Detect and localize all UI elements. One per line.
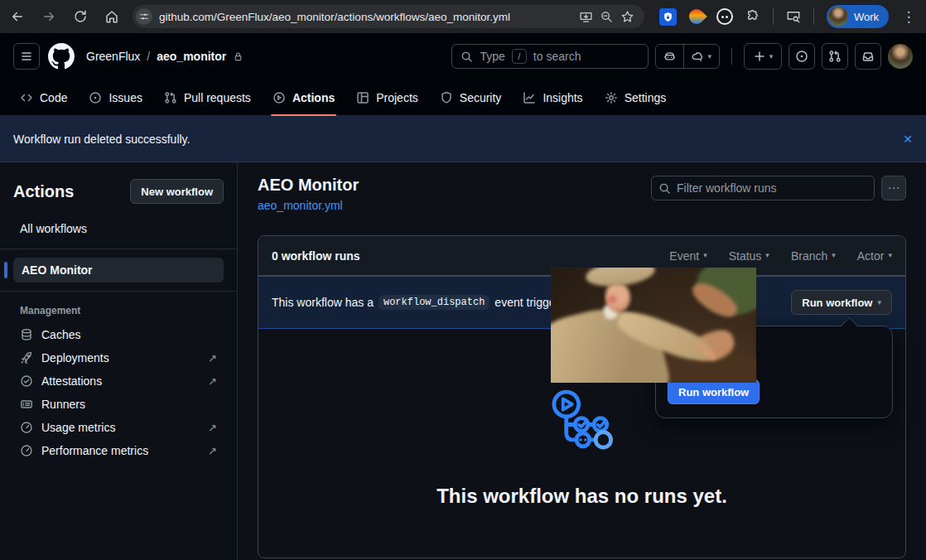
chevron-down-icon: ▾ <box>877 299 881 307</box>
tab-code[interactable]: Code <box>12 80 75 115</box>
tab-label: Security <box>460 91 502 104</box>
close-icon[interactable]: ✕ <box>903 133 913 146</box>
branch-filter-dropdown[interactable]: Branch▾ <box>791 249 836 263</box>
dispatch-event-code: workflow_dispatch <box>379 295 490 310</box>
gear-icon <box>605 91 618 104</box>
header-divider <box>731 48 732 65</box>
pull-requests-header-button[interactable] <box>822 43 848 70</box>
tab-insights[interactable]: Insights <box>514 80 591 115</box>
tab-settings[interactable]: Settings <box>596 80 675 115</box>
tab-projects[interactable]: Projects <box>348 80 427 115</box>
tab-label: Code <box>40 91 67 104</box>
sidebar-item-label: Caches <box>41 328 80 341</box>
sidebar-item-runners[interactable]: Runners <box>13 393 224 416</box>
table-icon <box>356 91 369 104</box>
sidebar-divider <box>0 291 237 292</box>
breadcrumb-owner[interactable]: GreenFlux <box>86 50 140 63</box>
tab-label: Pull requests <box>184 91 251 104</box>
sidebar-item-label: Performance metrics <box>41 444 148 457</box>
meter-icon <box>20 421 33 434</box>
browser-nav-buttons <box>10 9 119 24</box>
tab-issues[interactable]: Issues <box>80 80 150 115</box>
browser-menu-icon[interactable]: ⋮ <box>901 9 916 24</box>
sidebar-item-label: Runners <box>41 398 85 411</box>
sidebar-item-performance-metrics[interactable]: Performance metrics ↗ <box>13 439 224 462</box>
home-icon[interactable] <box>104 9 119 24</box>
github-header-actions: Type / to search ▾ ▾ <box>451 43 913 70</box>
chevron-down-icon: ▾ <box>703 252 707 259</box>
sidebar-item-label: Deployments <box>41 351 109 364</box>
tab-pull-requests[interactable]: Pull requests <box>156 80 259 115</box>
bitwarden-extension-icon[interactable] <box>659 8 677 26</box>
hamburger-menu-button[interactable] <box>13 43 40 70</box>
management-section-label: Management <box>13 305 224 316</box>
actions-sidebar: Actions New workflow All workflows AEO M… <box>0 162 238 560</box>
feather-extension-icon[interactable] <box>686 6 707 27</box>
url-text[interactable]: github.com/GreenFlux/aeo_monitor/actions… <box>159 11 572 23</box>
filter-workflow-runs-input[interactable] <box>651 176 875 200</box>
global-search-box[interactable]: Type / to search <box>451 44 649 69</box>
empty-state-title: This workflow has no runs yet. <box>258 485 905 508</box>
install-app-icon[interactable] <box>579 10 593 24</box>
sidebar-item-label: Usage metrics <box>41 421 115 434</box>
copilot-button-group: ▾ <box>655 44 720 69</box>
address-bar[interactable]: github.com/GreenFlux/aeo_monitor/actions… <box>133 5 644 28</box>
sidebar-item-aeo-monitor[interactable]: AEO Monitor <box>13 258 224 282</box>
copilot-icon[interactable] <box>656 45 683 68</box>
tab-label: Settings <box>625 91 667 104</box>
issue-opened-icon <box>89 91 102 104</box>
reload-icon[interactable] <box>73 9 88 24</box>
kebab-menu-button[interactable]: ⋯ <box>881 176 906 200</box>
workflow-file-link[interactable]: aeo_monitor.yml <box>258 199 359 212</box>
workflow-title: AEO Monitor <box>258 176 359 195</box>
zoom-icon[interactable] <box>600 10 614 24</box>
breadcrumb-repo[interactable]: aeo_monitor <box>157 50 226 63</box>
lock-icon <box>233 51 244 62</box>
tab-actions[interactable]: Actions <box>264 80 343 115</box>
breadcrumb: GreenFlux / aeo_monitor <box>86 50 244 63</box>
create-new-button[interactable]: ▾ <box>744 43 782 70</box>
sidebar-item-all-workflows[interactable]: All workflows <box>13 217 224 240</box>
breadcrumb-separator: / <box>147 50 150 63</box>
tab-security[interactable]: Security <box>432 80 510 115</box>
database-icon <box>20 328 33 341</box>
sidebar-item-caches[interactable]: Caches <box>13 323 224 346</box>
back-icon[interactable] <box>10 9 25 24</box>
rocket-icon <box>20 351 33 364</box>
browser-extensions: Work ⋮ <box>659 5 916 28</box>
dispatch-text-prefix: This workflow has a <box>272 296 374 309</box>
code-icon <box>20 91 33 104</box>
sidebar-item-usage-metrics[interactable]: Usage metrics ↗ <box>13 416 224 439</box>
external-link-icon: ↗ <box>208 352 217 364</box>
sidebar-title: Actions <box>13 182 74 201</box>
run-workflow-confirm-button[interactable]: Run workflow <box>668 379 760 404</box>
issues-header-button[interactable] <box>789 43 815 70</box>
run-workflow-dropdown-button[interactable]: Run workflow▾ <box>791 290 892 315</box>
extensions-puzzle-icon[interactable] <box>745 9 760 24</box>
new-workflow-button[interactable]: New workflow <box>130 179 224 204</box>
forward-icon[interactable] <box>41 9 56 24</box>
search-icon <box>461 51 473 63</box>
avatar-extension-icon[interactable] <box>716 8 733 25</box>
inbox-button[interactable] <box>855 43 881 70</box>
screen-search-icon[interactable] <box>786 9 801 24</box>
sidebar-item-attestations[interactable]: Attestations ↗ <box>13 369 224 393</box>
browser-profile-chip[interactable]: Work <box>827 5 889 28</box>
event-filter-dropdown[interactable]: Event▾ <box>669 249 707 263</box>
chevron-down-icon: ▾ <box>832 252 836 259</box>
copilot-chat-dropdown[interactable]: ▾ <box>683 45 719 68</box>
chevron-down-icon: ▾ <box>888 252 892 259</box>
toolbar-divider <box>773 8 774 25</box>
user-avatar[interactable] <box>888 44 913 69</box>
slash-keycap: / <box>512 49 527 64</box>
status-filter-dropdown[interactable]: Status▾ <box>729 249 769 263</box>
actor-filter-dropdown[interactable]: Actor▾ <box>857 249 892 263</box>
bookmark-star-icon[interactable] <box>620 10 634 24</box>
sidebar-item-deployments[interactable]: Deployments ↗ <box>13 346 224 369</box>
tab-label: Projects <box>376 91 418 104</box>
site-settings-icon[interactable] <box>136 8 152 25</box>
flash-banner: Workflow run deleted successfully. ✕ <box>0 116 926 162</box>
github-logo-icon[interactable] <box>48 43 75 70</box>
flash-message: Workflow run deleted successfully. <box>13 133 190 146</box>
play-icon <box>272 91 286 104</box>
